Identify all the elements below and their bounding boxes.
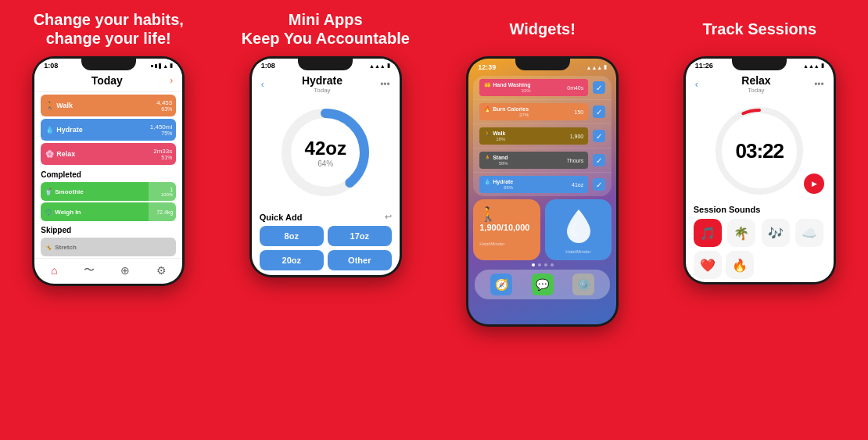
- hydrate-app-subtitle: Today: [264, 87, 380, 94]
- wifi-icon: ▲: [163, 63, 168, 69]
- habit-row-hydrate: 💧 Hydrate 1,450ml 75%: [41, 119, 176, 141]
- quick-add-title: Quick Add: [260, 213, 303, 222]
- panel-3-title: Widgets!: [510, 9, 576, 48]
- walk-widget-brand: HabitMinder: [479, 241, 534, 246]
- more-options-button[interactable]: •••: [380, 79, 390, 90]
- phone-3-screen: 12:39 ▲▲▲ ▮ 🤲 Hand Washing 33%: [468, 59, 616, 324]
- weighin-value: 72.4kg: [149, 202, 176, 221]
- add-nav-icon[interactable]: ⊕: [120, 264, 130, 277]
- quick-add-header: Quick Add ↩: [260, 212, 392, 222]
- large-widget-hydrate: HabitMinder: [545, 199, 612, 260]
- smoothie-value: 1 100%: [149, 182, 176, 201]
- page-dot-2: [538, 263, 541, 267]
- habit-relax-label: 🌸 Relax: [41, 143, 145, 165]
- signal-icon-4: ▲▲▲: [803, 63, 820, 69]
- page-dot-1: [532, 263, 535, 267]
- add-17oz-button[interactable]: 17oz: [328, 226, 392, 246]
- widget-hydrate: 💧 Hydrate 65% 41oz ✓: [473, 173, 612, 196]
- sound-cloud-button[interactable]: ☁️: [795, 219, 823, 247]
- panel-4-title: Track Sessions: [702, 9, 816, 48]
- more-options-button-4[interactable]: •••: [814, 79, 824, 90]
- hydrate-pct-value: 64%: [317, 159, 333, 168]
- widget-list: 🤲 Hand Washing 33% 0m40s ✓ 🔥 Burn Calori…: [473, 76, 612, 196]
- donut-container: 42oz 64%: [252, 94, 400, 207]
- phone-4: 11:26 ▲▲▲ ▮ ‹ Relax Today •••: [683, 56, 836, 284]
- widget-walk-bar: 🚶 Walk 18% 1,900: [479, 127, 588, 145]
- signal-1: [151, 65, 153, 67]
- panel-hydrate: Mini AppsKeep You Accountable 1:08 ▲▲▲ ▮…: [217, 0, 435, 440]
- phone-3-notch: [515, 56, 570, 70]
- phone-2-time: 1:08: [261, 62, 275, 70]
- add-20oz-button[interactable]: 20oz: [260, 250, 324, 270]
- dock-safari[interactable]: 🧭: [490, 274, 512, 295]
- timer-container: 03:22 ▶: [686, 94, 834, 205]
- weighin-label: ⚖️ Weigh In: [41, 209, 149, 216]
- phone-3-time: 12:39: [478, 63, 496, 71]
- widgets-screen: 12:39 ▲▲▲ ▮ 🤲 Hand Washing 33%: [468, 59, 616, 324]
- stretch-icon: 🤸: [45, 244, 52, 251]
- sound-note-button[interactable]: 🎶: [762, 219, 790, 247]
- smoothie-label: 🥤 Smoothie: [41, 188, 149, 195]
- relax-app-title: Relax: [698, 74, 814, 87]
- home-nav-icon[interactable]: ⌂: [51, 264, 57, 277]
- phone-2-notch: [298, 56, 353, 70]
- sound-nature-button[interactable]: 🌴: [727, 219, 755, 247]
- completed-row-smoothie: 🥤 Smoothie 1 100%: [41, 182, 176, 201]
- stretch-label: 🤸 Stretch: [41, 244, 176, 251]
- quick-add-grid: 8oz 17oz 20oz Other: [260, 226, 392, 270]
- large-widgets-grid: 🚶 1,900/10,000 HabitMinder HabitMinder: [473, 199, 612, 260]
- panel-sessions: Track Sessions 11:26 ▲▲▲ ▮ ‹ Relax Today…: [651, 0, 869, 440]
- panel-1-title: Change your habits,change your life!: [34, 9, 184, 48]
- relax-icon: 🌸: [45, 150, 54, 158]
- habit-relax-value: 2m33s 51%: [145, 143, 176, 165]
- check-burncal: ✓: [593, 106, 605, 118]
- smoothie-icon: 🥤: [45, 188, 52, 195]
- dock-messages[interactable]: 💬: [532, 274, 554, 295]
- page-dot-3: [544, 263, 547, 267]
- battery-icon: ▮: [170, 63, 173, 69]
- skipped-row-stretch: 🤸 Stretch: [41, 238, 176, 256]
- dock-settings[interactable]: ⚙️: [572, 274, 594, 295]
- phone-1-screen: 1:08 ▲ ▮ Today › 🚶 Walk: [34, 59, 182, 284]
- hydrate-header: ‹ Hydrate Today •••: [252, 71, 400, 94]
- widget-stand: 🧍 Stand 58% 7hours ✓: [473, 148, 612, 173]
- phone-1: 1:08 ▲ ▮ Today › 🚶 Walk: [32, 56, 185, 286]
- widget-handwashing: 🤲 Hand Washing 33% 0m40s ✓: [473, 76, 612, 100]
- hydrate-oz-value: 42oz: [305, 138, 346, 159]
- habit-walk-value: 4,453 63%: [145, 95, 176, 116]
- bottom-nav: ⌂ 〜 ⊕ ⚙: [34, 258, 182, 284]
- panel-widgets: Widgets! 12:39 ▲▲▲ ▮: [434, 0, 651, 440]
- widget-hydrate-bar: 💧 Hydrate 65% 41oz: [479, 176, 588, 193]
- signal-icon-3: ▲▲▲: [586, 65, 602, 70]
- walk-widget-icon: 🚶: [479, 206, 534, 223]
- habit-row-relax: 🌸 Relax 2m33s 51%: [41, 143, 176, 165]
- widget-burncal-bar: 🔥 Burn Calories 37% 150: [479, 103, 588, 120]
- panel-2-title: Mini AppsKeep You Accountable: [242, 9, 410, 48]
- today-header: Today ›: [34, 71, 182, 92]
- signal-3: [159, 63, 161, 69]
- settings-nav-icon[interactable]: ⚙: [156, 264, 167, 277]
- signal-2: [155, 64, 157, 68]
- undo-button[interactable]: ↩: [385, 212, 392, 222]
- sound-heart-button[interactable]: ❤️: [694, 251, 722, 279]
- habit-hydrate-label: 💧 Hydrate: [41, 119, 145, 141]
- sound-fire-button[interactable]: 🔥: [726, 251, 754, 279]
- widget-walk: 🚶 Walk 18% 1,900 ✓: [473, 124, 612, 148]
- hydrate-app-title: Hydrate: [264, 74, 380, 87]
- play-button[interactable]: ▶: [804, 173, 824, 194]
- battery-icon-3: ▮: [604, 64, 607, 70]
- hydrate-icon: 💧: [45, 126, 54, 134]
- phone-1-status-icons: ▲ ▮: [151, 63, 173, 69]
- add-8oz-button[interactable]: 8oz: [260, 226, 324, 246]
- hydrate-title-area: Hydrate Today: [264, 74, 380, 94]
- phone-4-status-icons: ▲▲▲ ▮: [803, 63, 824, 69]
- add-other-button[interactable]: Other: [328, 250, 392, 270]
- stats-nav-icon[interactable]: 〜: [84, 263, 95, 277]
- relax-header: ‹ Relax Today •••: [686, 71, 834, 94]
- skipped-section-title: Skipped: [34, 223, 182, 236]
- sound-music-button[interactable]: 🎵: [694, 219, 722, 247]
- check-handwashing: ✓: [593, 81, 605, 94]
- battery-icon-4: ▮: [821, 63, 824, 69]
- habit-hydrate-value: 1,450ml 75%: [145, 119, 176, 141]
- phone-1-time: 1:08: [44, 62, 58, 70]
